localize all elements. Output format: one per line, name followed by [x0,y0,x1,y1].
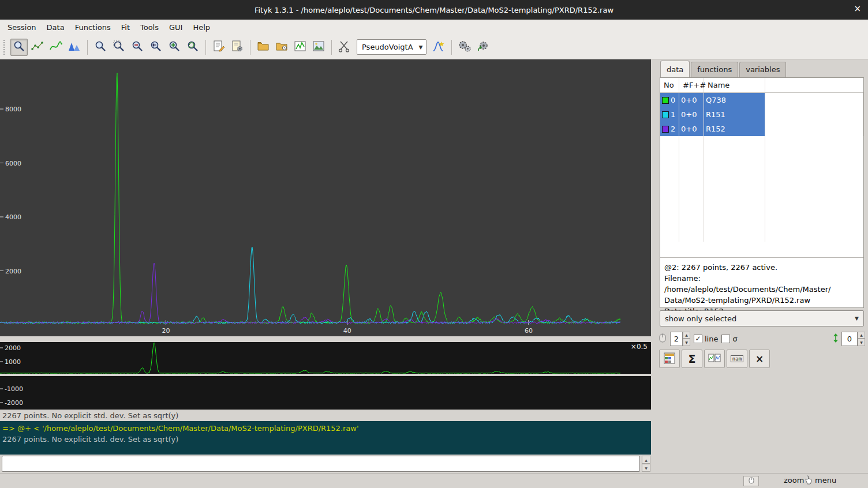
sum-datasets-button[interactable]: Σ [682,350,702,368]
zoom-previous-button[interactable] [147,39,164,56]
toolbar-separator [331,40,332,55]
column-header-fplus[interactable]: #F+# [679,78,704,92]
statusbar-mouse-box[interactable] [743,476,759,486]
line-checkbox[interactable]: ✓ [694,335,702,343]
edit-script-button[interactable] [210,39,227,56]
sidebar: datafunctionsvariables No #F+# Name 00+0… [656,59,868,473]
table-row[interactable]: 00+0Q738 [660,93,863,107]
sigma-checkbox-label: σ [732,335,737,343]
column-header-no[interactable]: No [660,78,679,92]
zoom-in-button[interactable] [166,39,183,56]
console-line: => @+ < '/home/aleplo/test/Documents/Che… [2,423,649,434]
scissors-icon [338,40,351,54]
command-history-spinner[interactable]: ▲ ▼ [642,456,650,472]
data-points-icon [31,40,44,54]
delete-dataset-button[interactable]: × [749,350,770,368]
magnifier-icon [13,40,25,54]
rename-dataset-button[interactable]: nam [727,350,747,368]
filter-dropdown[interactable]: show only selected ▼ [660,310,864,326]
open-recent-button[interactable] [273,39,290,56]
sheets-icon [708,352,721,366]
copy-function-button[interactable] [704,350,725,368]
dataset-no: 1 [671,110,675,119]
menu-item-data[interactable]: Data [42,21,70,34]
table-header: No #F+# Name [660,78,863,93]
menu-item-help[interactable]: Help [188,21,215,34]
menu-item-session[interactable]: Session [2,21,42,34]
svg-text:1000: 1000 [5,358,21,366]
info-line: Data/MoS2-templating/PXRD/R152.raw [664,295,859,306]
image-export-icon [312,40,325,54]
point-size-stepper[interactable]: 2 ▲▼ [670,332,690,346]
run-script-button[interactable] [229,39,246,56]
peak-add-icon [432,40,445,54]
script-edit-icon [212,40,225,54]
dataset-fplus: 0+0 [681,110,697,119]
zoom-auto-button[interactable] [184,39,201,56]
titlebar: Fityk 1.3.1 - /home/aleplo/test/Document… [0,0,868,20]
statusbar-zoom-label: zoom [784,476,804,485]
stepper-up-icon[interactable]: ▲ [683,332,690,339]
close-icon: × [755,353,764,365]
dataset-name: R151 [706,110,725,119]
sigma-checkbox[interactable] [721,335,730,343]
history-down-icon[interactable]: ▼ [642,464,650,472]
aux-plot-2[interactable]: -1000-2000 [0,376,651,410]
stepper-up-icon[interactable]: ▲ [858,332,865,339]
dataset-editor-button[interactable] [659,350,680,368]
svg-text:4000: 4000 [5,213,21,221]
hand-cursor-icon [805,475,813,486]
zoom-selection-button[interactable] [110,39,128,56]
svg-text:40: 40 [343,327,351,335]
menu-item-functions[interactable]: Functions [70,21,116,34]
table-empty-area [660,136,863,242]
console-output-area: => @+ < '/home/aleplo/test/Documents/Che… [0,421,651,455]
zoom-mode-button[interactable] [10,39,28,56]
aux-plot-1[interactable]: 20001000 ×0.5 [0,342,651,374]
point-size-value: 2 [670,332,683,346]
menu-item-fit[interactable]: Fit [116,21,135,34]
data-range-mode-button[interactable] [29,39,46,56]
main-plot[interactable]: 8000600040002000204060 [0,59,651,336]
statusbar-menu-label: menu [815,476,836,485]
add-peak-mode-button[interactable] [66,39,83,56]
zoom-all-button[interactable] [92,39,109,56]
statusbar: zoom menu [0,473,868,488]
toolbar-separator [205,40,206,55]
menu-item-tools[interactable]: Tools [135,21,164,34]
history-up-icon[interactable]: ▲ [642,456,650,464]
undo-fit-button[interactable] [474,39,492,56]
open-file-button[interactable] [255,39,272,56]
tab-variables[interactable]: variables [739,62,786,77]
info-line: Filename: /home/aleplo/test/Documents/Ch… [664,273,859,295]
shift-stepper[interactable]: 0 ▲▼ [841,332,865,346]
table-row[interactable]: 10+0R151 [660,107,863,122]
stepper-down-icon[interactable]: ▼ [858,339,865,346]
menu-item-gui[interactable]: GUI [164,21,188,34]
sigma-icon: Σ [689,352,696,365]
open-folder-icon [257,40,270,54]
stepper-down-icon[interactable]: ▼ [683,339,690,346]
grid-icon [664,352,675,366]
function-type-select[interactable]: PseudoVoigtA ▼ [357,39,426,55]
export-image-button[interactable] [310,39,327,56]
svg-text:60: 60 [525,327,533,335]
table-row[interactable]: 20+0R152 [660,122,863,136]
save-session-button[interactable] [291,39,309,56]
output-console[interactable]: 2267 points. No explicit std. dev. Set a… [0,411,651,456]
clear-button[interactable] [336,39,353,56]
dataset-fplus: 0+0 [681,125,697,133]
add-function-button[interactable] [430,39,447,56]
column-header-name[interactable]: Name [704,78,765,92]
command-input[interactable] [2,456,640,472]
peak-icon [68,40,81,54]
run-fit-button[interactable] [456,39,473,56]
toolbar-grip[interactable] [3,40,7,55]
window-title: Fityk 1.3.1 - /home/aleplo/test/Document… [255,6,613,14]
tab-functions[interactable]: functions [691,62,738,77]
background-mode-button[interactable] [47,39,65,56]
zoom-out-button[interactable] [129,39,146,56]
tab-data[interactable]: data [660,61,690,77]
toolbar-separator [451,40,452,55]
close-window-button[interactable]: × [854,5,861,13]
